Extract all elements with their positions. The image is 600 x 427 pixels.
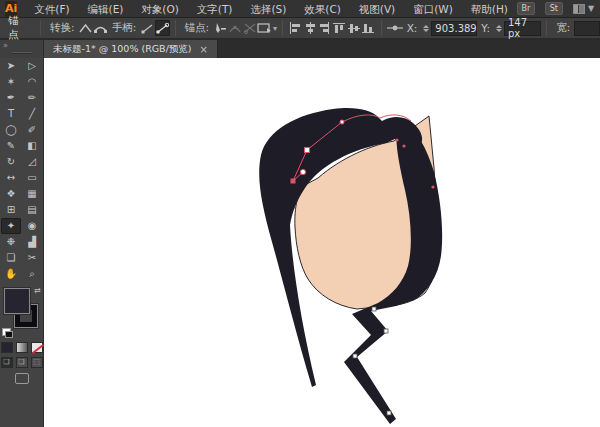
- eyedropper-tool[interactable]: ✦: [1, 218, 21, 234]
- blend-tool[interactable]: ◉: [22, 218, 42, 234]
- anchor-point-selected[interactable]: [291, 179, 296, 184]
- pen-tool[interactable]: ✒: [1, 90, 21, 106]
- color-button[interactable]: [1, 342, 13, 353]
- default-fill-stroke-icon[interactable]: [2, 328, 11, 336]
- fill-stroke-swatches: ⇄: [0, 286, 44, 338]
- rotate-tool[interactable]: ↻: [1, 154, 21, 170]
- align-right-icon[interactable]: [317, 20, 332, 36]
- anchor-point-tool[interactable]: ✏: [22, 90, 42, 106]
- draw-behind-button[interactable]: ❏: [16, 357, 28, 368]
- x-stepper[interactable]: [423, 25, 429, 32]
- magic-wand-tool[interactable]: ✶: [1, 74, 21, 90]
- remove-anchor-icon[interactable]: [213, 20, 228, 36]
- menu-view[interactable]: 视图(V): [350, 0, 404, 18]
- menu-edit[interactable]: 编辑(E): [79, 0, 133, 18]
- close-icon[interactable]: ×: [200, 44, 208, 55]
- menu-type[interactable]: 文字(T): [188, 0, 242, 18]
- line-segment-tool[interactable]: ╱: [22, 106, 42, 122]
- none-button[interactable]: [31, 342, 43, 353]
- hide-handles-icon[interactable]: [140, 20, 155, 36]
- stock-icon[interactable]: St: [545, 2, 563, 15]
- x-input[interactable]: 903.389: [431, 21, 477, 36]
- fill-swatch[interactable]: [4, 288, 30, 314]
- menu-window[interactable]: 窗口(W): [404, 0, 462, 18]
- selection-tool[interactable]: ➤: [1, 58, 21, 74]
- align-top-icon[interactable]: [332, 20, 347, 36]
- artwork: [44, 58, 600, 427]
- type-tool[interactable]: T: [1, 106, 21, 122]
- isolate-object-icon[interactable]: [257, 20, 273, 36]
- separator: [546, 20, 547, 36]
- x-label: X:: [403, 22, 422, 34]
- anchor-point[interactable]: [305, 148, 310, 153]
- draw-normal-button[interactable]: ❏: [1, 357, 13, 368]
- anchor-point[interactable]: [431, 185, 434, 188]
- width-input[interactable]: [574, 21, 600, 36]
- menu-effect[interactable]: 效果(C): [295, 0, 350, 18]
- eraser-tool[interactable]: ◧: [22, 138, 42, 154]
- tools-panel-header: »: [0, 40, 44, 58]
- anchor-point[interactable]: [384, 329, 388, 333]
- document-tab-title: 未标题-1* @ 100% (RGB/预览): [53, 43, 192, 56]
- slice-tool[interactable]: ✂: [22, 250, 42, 266]
- shape-builder-tool[interactable]: ❖: [1, 186, 21, 202]
- panel-grip[interactable]: [12, 52, 32, 54]
- zoom-tool[interactable]: ⌕: [22, 266, 42, 282]
- screen-mode-button[interactable]: [15, 373, 29, 384]
- chevron-down-icon[interactable]: ▾: [273, 24, 277, 33]
- tools-panel: ➤▷ ✶◠ ✒✏ T╱ ◯✐ ✎◧ ↻◿ ↔▭ ❖▦ ⊞▤ ✦◉ ❉▟ ❏✂ ✋…: [0, 58, 44, 427]
- cut-path-icon[interactable]: [242, 20, 257, 36]
- convert-to-smooth-icon[interactable]: [93, 20, 108, 36]
- document-tab[interactable]: 未标题-1* @ 100% (RGB/预览) ×: [44, 40, 218, 58]
- ellipse-tool[interactable]: ◯: [1, 122, 21, 138]
- scale-tool[interactable]: ◿: [22, 154, 42, 170]
- transform-reference-icon[interactable]: [387, 20, 403, 36]
- symbol-sprayer-tool[interactable]: ❉: [1, 234, 21, 250]
- artboard-canvas[interactable]: [44, 58, 600, 427]
- anchor-point[interactable]: [387, 411, 391, 415]
- anchor-point[interactable]: [353, 354, 357, 358]
- anchors-label: 锚点:: [181, 21, 214, 35]
- free-transform-tool[interactable]: ▭: [22, 170, 42, 186]
- align-left-icon[interactable]: [288, 20, 303, 36]
- workspace-switcher[interactable]: ▼: [573, 4, 594, 14]
- mesh-tool[interactable]: ⊞: [1, 202, 21, 218]
- drawing-mode-buttons: ❏ ❏ ⬚: [0, 357, 43, 368]
- y-label: Y:: [477, 22, 494, 34]
- show-handles-icon[interactable]: [155, 20, 170, 36]
- color-mode-buttons: [0, 342, 43, 353]
- swap-fill-stroke-icon[interactable]: ⇄: [34, 286, 41, 295]
- separator: [381, 20, 382, 36]
- anchor-point[interactable]: [402, 144, 405, 147]
- hand-tool[interactable]: ✋: [1, 266, 21, 282]
- direct-selection-tool[interactable]: ▷: [22, 58, 42, 74]
- convert-to-corner-icon[interactable]: [79, 20, 94, 36]
- bridge-icon[interactable]: Br: [517, 2, 535, 15]
- artboard-tool[interactable]: ❏: [1, 250, 21, 266]
- align-bottom-icon[interactable]: [361, 20, 376, 36]
- panel-collapse-icon[interactable]: »: [3, 41, 8, 50]
- y-stepper[interactable]: [496, 25, 502, 32]
- anchor-point[interactable]: [395, 138, 398, 141]
- gradient-button[interactable]: [16, 342, 28, 353]
- menu-help[interactable]: 帮助(H): [462, 0, 517, 18]
- direction-handle[interactable]: [300, 169, 305, 174]
- draw-inside-button[interactable]: ⬚: [31, 357, 43, 368]
- pencil-tool[interactable]: ✎: [1, 138, 21, 154]
- width-tool[interactable]: ↔: [1, 170, 21, 186]
- anchor-point[interactable]: [340, 120, 344, 124]
- paintbrush-tool[interactable]: ✐: [22, 122, 42, 138]
- separator: [175, 20, 176, 36]
- y-input[interactable]: 147 px: [504, 21, 541, 36]
- column-graph-tool[interactable]: ▟: [22, 234, 42, 250]
- menu-object[interactable]: 对象(O): [132, 0, 187, 18]
- anchor-point[interactable]: [372, 307, 376, 311]
- gradient-tool[interactable]: ▤: [22, 202, 42, 218]
- connect-anchors-icon[interactable]: [228, 20, 243, 36]
- perspective-grid-tool[interactable]: ▦: [22, 186, 42, 202]
- separator: [40, 20, 41, 36]
- menu-select[interactable]: 选择(S): [241, 0, 295, 18]
- lasso-tool[interactable]: ◠: [22, 74, 42, 90]
- align-center-horizontal-icon[interactable]: [303, 20, 318, 36]
- align-middle-vertical-icon[interactable]: [346, 20, 361, 36]
